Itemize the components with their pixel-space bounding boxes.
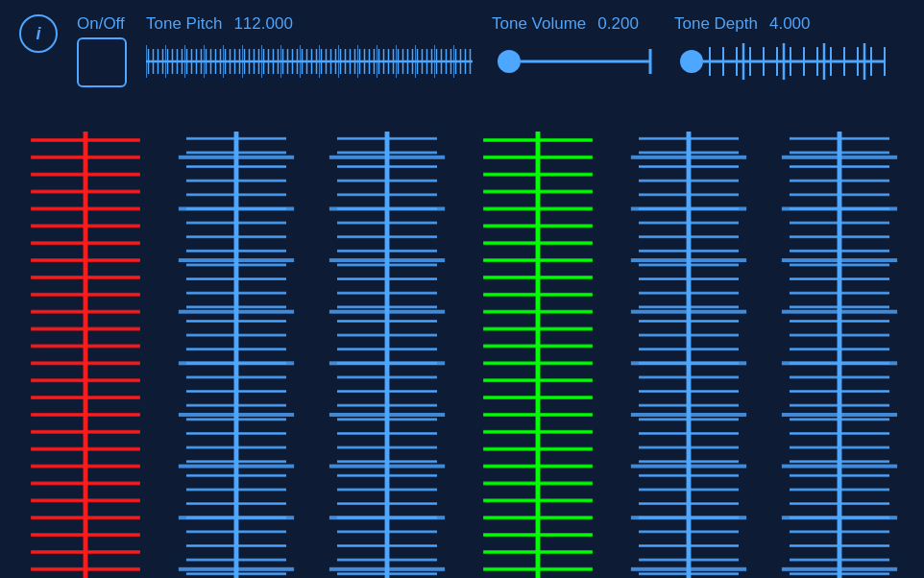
info-icon[interactable]: i [19,14,58,53]
tone-pitch-label: Tone Pitch [146,14,222,34]
onoff-button[interactable] [77,37,127,87]
tone-volume-value: 0.200 [597,14,639,34]
green-volume-slider[interactable] [626,130,751,578]
tone-pitch-block: Tone Pitch 112.000 [146,14,473,85]
red-depth-slider-group: Red Depth 4.000 [325,130,450,566]
tone-volume-header: Tone Volume 0.200 [492,14,655,34]
svg-point-5 [498,50,521,73]
bottom-sliders: Red Frequency 10.000 [0,130,924,566]
svg-rect-18 [23,132,148,578]
tone-pitch-value: 112.000 [233,14,292,34]
svg-point-8 [680,50,703,73]
red-frequency-slider[interactable] [23,130,148,578]
tone-pitch-header: Tone Pitch 112.000 [146,14,473,34]
onoff-label: On/Off [77,14,127,34]
green-depth-slider-group: Green Depth 4.000 [777,130,902,566]
green-volume-slider-group: Green Volume 98.000 [626,130,751,566]
svg-rect-24 [174,132,299,578]
tone-depth-value: 4.000 [769,14,811,34]
red-volume-slider-group: Red Volume 99.000 [174,130,299,566]
svg-rect-30 [325,132,450,578]
tone-volume-label: Tone Volume [492,14,586,34]
tone-volume-block: Tone Volume 0.200 [492,14,655,85]
top-controls: i On/Off Tone Pitch 112.000 [0,0,924,130]
tone-depth-block: Tone Depth 4.000 [674,14,886,85]
red-volume-slider[interactable] [174,130,299,578]
main-container: i On/Off Tone Pitch 112.000 [0,0,924,578]
svg-rect-11 [703,37,886,85]
tone-depth-header: Tone Depth 4.000 [674,14,886,34]
red-frequency-slider-group: Red Frequency 10.000 [23,130,148,566]
green-frequency-slider-group: Green Frequency 10.000 [475,130,600,566]
tone-depth-label: Tone Depth [674,14,758,34]
svg-rect-46 [777,132,902,578]
green-frequency-slider[interactable] [475,130,600,578]
tone-pitch-slider[interactable] [146,37,473,85]
green-depth-slider[interactable] [777,130,902,578]
tone-depth-slider[interactable] [674,37,886,85]
svg-rect-40 [626,132,751,578]
red-depth-slider[interactable] [325,130,450,578]
tone-volume-slider[interactable] [492,37,655,85]
svg-rect-34 [475,132,600,578]
svg-rect-4 [146,37,473,85]
onoff-block: On/Off [77,14,127,87]
